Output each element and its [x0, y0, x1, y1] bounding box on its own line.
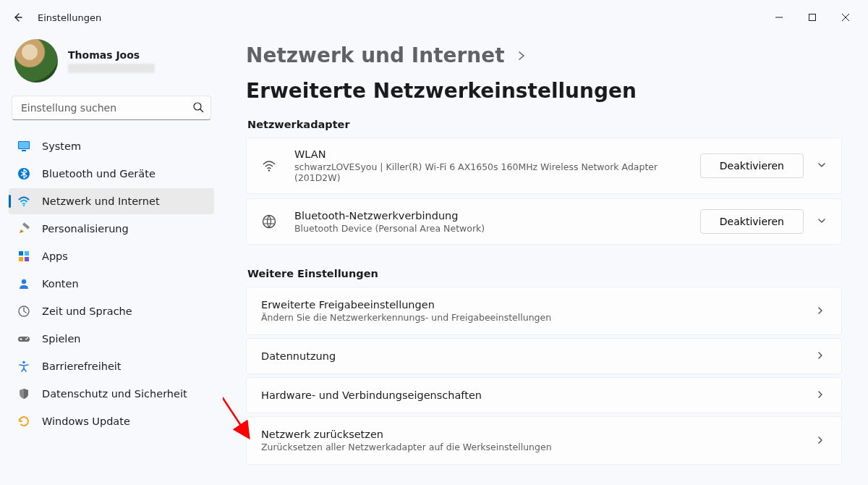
sidebar-item-label: Netzwerk und Internet: [42, 195, 160, 207]
content: Netzwerk und Internet Erweiterte Netzwer…: [223, 35, 868, 485]
chevron-right-icon: [815, 389, 827, 401]
clock-globe-icon: [17, 305, 30, 318]
minimize-button[interactable]: [762, 6, 796, 29]
section-heading-adapters: Netzwerkadapter: [247, 119, 842, 130]
breadcrumb: Netzwerk und Internet Erweiterte Netzwer…: [246, 43, 842, 103]
user-email-redacted: [68, 64, 155, 73]
sidebar-item-label: Personalisierung: [42, 223, 129, 235]
sidebar-item-network[interactable]: Netzwerk und Internet: [9, 188, 214, 214]
wifi-icon: [260, 158, 278, 174]
row-network-reset[interactable]: Netzwerk zurücksetzen Zurücksetzen aller…: [246, 416, 842, 465]
profile[interactable]: Thomas Joos: [9, 35, 214, 96]
sidebar-item-bluetooth[interactable]: Bluetooth und Geräte: [9, 161, 214, 187]
svg-rect-7: [22, 222, 30, 229]
maximize-button[interactable]: [796, 6, 829, 29]
svg-point-6: [23, 205, 25, 206]
row-data-usage[interactable]: Datennutzung: [246, 338, 842, 374]
search-icon: [192, 101, 204, 113]
row-title: Erweiterte Freigabeeinstellungen: [261, 299, 815, 311]
paintbrush-icon: [17, 222, 30, 235]
breadcrumb-parent[interactable]: Netzwerk und Internet: [246, 43, 505, 67]
sidebar-item-label: Apps: [42, 250, 68, 262]
breadcrumb-current: Erweiterte Netzwerkeinstellungen: [246, 79, 637, 103]
user-name: Thomas Joos: [68, 49, 155, 61]
adapter-wlan[interactable]: WLAN schwarzLOVESyou | Killer(R) Wi-Fi 6…: [246, 138, 842, 194]
svg-point-17: [22, 361, 25, 364]
svg-rect-0: [809, 14, 816, 21]
disable-button[interactable]: Deaktivieren: [700, 153, 804, 178]
adapter-subtitle: schwarzLOVESyou | Killer(R) Wi-Fi 6 AX16…: [294, 161, 700, 183]
row-advanced-sharing[interactable]: Erweiterte Freigabeeinstellungen Ändern …: [246, 287, 842, 335]
sidebar: Thomas Joos System Bluetooth und Geräte …: [0, 35, 223, 485]
display-icon: [17, 140, 30, 153]
sidebar-item-label: Zeit und Sprache: [42, 305, 132, 317]
adapter-subtitle: Bluetooth Device (Personal Area Network): [294, 223, 700, 234]
row-title: Datennutzung: [261, 350, 815, 362]
bluetooth-net-icon: [260, 214, 278, 229]
nav-list: System Bluetooth und Geräte Netzwerk und…: [9, 133, 214, 434]
window-title: Einstellungen: [38, 12, 101, 23]
update-icon: [17, 415, 30, 428]
svg-rect-3: [19, 142, 29, 148]
svg-rect-4: [22, 150, 26, 151]
adapter-title: WLAN: [294, 148, 700, 160]
sidebar-item-privacy[interactable]: Datenschutz und Sicherheit: [9, 381, 214, 407]
sidebar-item-label: Konten: [42, 278, 79, 290]
row-subtitle: Zurücksetzen aller Netzwerkadapter auf d…: [261, 442, 815, 452]
row-title: Netzwerk zurücksetzen: [261, 429, 815, 440]
svg-point-19: [263, 216, 276, 228]
sidebar-item-label: Windows Update: [42, 416, 130, 427]
adapter-bluetooth[interactable]: Bluetooth-Netzwerkverbindung Bluetooth D…: [246, 198, 842, 245]
chevron-right-icon: [815, 305, 827, 317]
gamepad-icon: [17, 332, 30, 345]
svg-point-1: [194, 103, 201, 110]
maximize-icon: [809, 14, 816, 21]
svg-point-18: [268, 169, 270, 171]
sidebar-item-label: Bluetooth und Geräte: [42, 168, 156, 180]
close-button[interactable]: [829, 6, 862, 29]
sidebar-item-label: Spielen: [42, 333, 81, 345]
chevron-right-icon: [516, 51, 527, 61]
sidebar-item-system[interactable]: System: [9, 133, 214, 159]
svg-rect-11: [25, 257, 29, 261]
svg-rect-8: [19, 251, 23, 256]
svg-point-12: [22, 279, 26, 284]
svg-point-16: [27, 337, 28, 339]
disable-button[interactable]: Deaktivieren: [700, 209, 804, 234]
sidebar-item-label: Barrierefreiheit: [42, 360, 122, 372]
row-title: Hardware- und Verbindungseigenschaften: [261, 389, 815, 401]
svg-rect-9: [25, 251, 29, 256]
sidebar-item-time-language[interactable]: Zeit und Sprache: [9, 298, 214, 324]
chevron-down-icon[interactable]: [817, 216, 828, 227]
chevron-down-icon[interactable]: [817, 160, 828, 172]
shield-icon: [17, 387, 30, 400]
person-icon: [17, 277, 30, 290]
apps-icon: [17, 250, 30, 263]
svg-rect-10: [19, 257, 23, 261]
row-hardware-properties[interactable]: Hardware- und Verbindungseigenschaften: [246, 377, 842, 413]
sidebar-item-label: System: [42, 140, 81, 152]
avatar: [14, 39, 58, 83]
sidebar-item-accounts[interactable]: Konten: [9, 271, 214, 297]
accessibility-icon: [17, 360, 30, 373]
back-button[interactable]: [6, 6, 29, 29]
sidebar-item-apps[interactable]: Apps: [9, 243, 214, 269]
section-heading-more: Weitere Einstellungen: [247, 268, 842, 279]
search-input[interactable]: [12, 96, 211, 120]
sidebar-item-personalization[interactable]: Personalisierung: [9, 216, 214, 242]
bluetooth-icon: [17, 167, 30, 180]
adapter-title: Bluetooth-Netzwerkverbindung: [294, 210, 700, 222]
sidebar-item-update[interactable]: Windows Update: [9, 408, 214, 434]
svg-point-15: [25, 339, 27, 340]
sidebar-item-label: Datenschutz und Sicherheit: [42, 388, 187, 400]
titlebar: Einstellungen: [0, 0, 868, 35]
sidebar-item-accessibility[interactable]: Barrierefreiheit: [9, 353, 214, 379]
svg-line-20: [223, 288, 248, 436]
close-icon: [842, 14, 849, 21]
wifi-icon: [17, 195, 30, 208]
arrow-left-icon: [12, 12, 23, 23]
sidebar-item-gaming[interactable]: Spielen: [9, 326, 214, 352]
row-subtitle: Ändern Sie die Netzwerkerkennungs- und F…: [261, 312, 815, 323]
chevron-right-icon: [815, 350, 827, 362]
chevron-right-icon: [815, 435, 827, 447]
